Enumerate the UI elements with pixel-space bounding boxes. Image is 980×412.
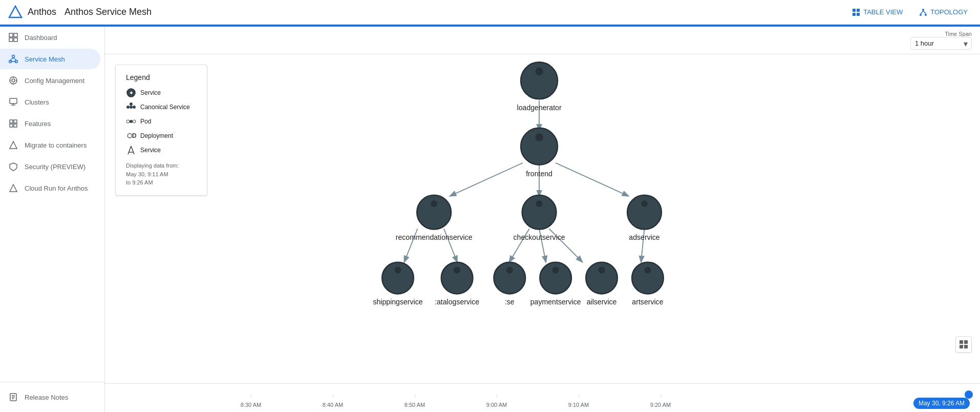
timespan-label: Time Span [945,31,972,37]
svg-point-91 [599,267,605,274]
content-area: Time Span 1 hour 3 hours 6 hours 12 hour… [105,27,980,412]
grid-icon [959,340,968,349]
cloud-run-icon [8,183,18,193]
node-adservice[interactable]: adservice [627,195,662,241]
sidebar-item-migrate[interactable]: Migrate to containers [0,135,100,155]
topology-area[interactable]: Legend ✦ Service [105,54,980,383]
timeline-tick [579,395,579,398]
timeline-tick [251,395,251,398]
sidebar-item-dashboard[interactable]: Dashboard [0,27,100,48]
svg-rect-11 [14,33,17,37]
sidebar-label-dashboard: Dashboard [25,34,57,42]
topbar-actions: TABLE VIEW TOPOLOGY [848,5,972,19]
svg-rect-2 [857,9,860,12]
topology-graph[interactable]: loadgenerator frontend recommendationser… [105,54,980,383]
node-loadgenerator[interactable]: loadgenerator [517,62,562,112]
svg-rect-1 [853,9,856,12]
svg-point-20 [12,79,15,82]
sidebar-label-release-notes: Release Notes [25,394,68,401]
svg-rect-26 [10,98,17,104]
svg-rect-3 [853,13,856,16]
topology-button[interactable]: TOPOLOGY [915,5,972,19]
svg-line-56 [556,163,628,196]
security-icon [8,161,18,172]
sidebar-item-service-mesh[interactable]: Service Mesh [0,49,100,69]
svg-point-76 [641,200,648,207]
sidebar-item-cloud-run[interactable]: Cloud Run for Anthos [0,178,100,198]
timespan-bar: Time Span 1 hour 3 hours 6 hours 12 hour… [105,27,980,54]
sidebar-label-cloud-run: Cloud Run for Anthos [25,184,88,192]
timeline-tick [415,395,415,398]
timeline-label-4: 9:00 AM [486,402,507,408]
svg-text:artservice: artservice [632,298,663,306]
app-logo: Anthos [8,5,56,19]
svg-point-75 [627,195,662,230]
svg-marker-0 [9,6,22,17]
svg-rect-97 [964,340,968,344]
svg-point-7 [925,14,927,16]
clusters-icon [8,97,18,107]
svg-text:frontend: frontend [526,170,552,178]
sidebar-label-config-management: Config Management [25,77,84,85]
svg-point-79 [395,267,401,274]
timeline-current-time: May 30, 9:26 AM [913,398,970,409]
node-frontend[interactable]: frontend [521,128,558,178]
svg-text:adservice: adservice [629,233,660,241]
dashboard-icon [8,32,18,43]
svg-text::atalogservice: :atalogservice [435,298,479,306]
svg-point-69 [417,195,451,230]
svg-point-67 [535,133,543,141]
sidebar-item-security[interactable]: Security (PREVIEW) [0,156,100,177]
sidebar-item-features[interactable]: Features [0,113,100,134]
node-recommendationservice[interactable]: recommendationservice [396,195,473,241]
sidebar-label-security: Security (PREVIEW) [25,163,86,171]
svg-point-73 [536,200,543,207]
timeline-label-3: 8:50 AM [404,402,425,408]
node-ailservice[interactable]: ailservice [586,262,617,306]
sidebar-label-migrate: Migrate to containers [25,141,87,149]
sidebar-item-config-management[interactable]: Config Management [0,70,100,91]
node-paymentservice[interactable]: paymentservice [530,262,581,306]
svg-point-88 [552,267,559,274]
svg-rect-32 [14,124,17,127]
node-shippingservice[interactable]: shippingservice [373,262,422,306]
svg-rect-29 [10,120,13,123]
svg-text:checkoutservice: checkoutservice [513,233,565,241]
svg-text:recommendationservice: recommendationservice [396,233,473,241]
sidebar-item-clusters[interactable]: Clusters [0,92,100,112]
table-view-button[interactable]: TABLE VIEW [848,5,907,19]
svg-point-70 [431,200,437,207]
svg-point-14 [12,55,15,58]
timeline-label-1: 8:30 AM [241,402,261,408]
timeline-tick [497,395,497,398]
node-catalogservice[interactable]: :atalogservice [435,262,479,306]
config-management-icon [8,75,18,86]
features-icon [8,118,18,129]
svg-rect-31 [10,124,13,127]
grid-toggle-button[interactable] [955,336,972,353]
sidebar-item-release-notes[interactable]: Release Notes [0,387,100,407]
node-checkoutservice[interactable]: checkoutservice [513,195,565,241]
svg-point-21 [10,77,17,84]
svg-rect-96 [960,340,963,344]
migrate-icon [8,140,18,150]
table-view-icon [852,8,860,16]
node-artservice[interactable]: artservice [632,262,664,306]
svg-text:ailservice: ailservice [587,298,617,306]
anthos-logo-icon [8,5,23,19]
svg-rect-12 [9,38,13,42]
svg-rect-13 [14,38,17,42]
main-layout: Dashboard Service Mesh Config Management [0,27,980,412]
svg-line-9 [923,11,926,14]
svg-line-17 [10,58,13,60]
svg-line-18 [13,58,16,60]
node-se[interactable]: :se [494,262,525,306]
topology-icon [919,8,927,16]
svg-text:loadgenerator: loadgenerator [517,104,562,112]
svg-line-8 [921,11,923,14]
timeline-label-6: 9:20 AM [650,402,671,408]
timespan-select[interactable]: 1 hour 3 hours 6 hours 12 hours 24 hours [910,37,972,50]
svg-point-5 [922,9,924,11]
svg-rect-30 [14,120,17,123]
svg-rect-98 [960,345,963,348]
